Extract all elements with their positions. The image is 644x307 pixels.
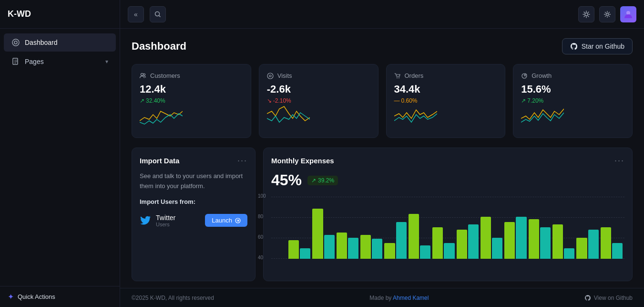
bar-group (360, 235, 382, 259)
stat-card-customers: Customers 12.4k ↗ 32.40% (132, 64, 251, 138)
stat-header-customers: Customers (140, 72, 243, 79)
expenses-menu-dots[interactable]: ··· (614, 156, 624, 166)
visits-icon (267, 73, 274, 79)
bar-teal (372, 239, 382, 259)
expenses-bar-chart: 100 80 60 40 (271, 197, 624, 273)
main-content: « (120, 0, 644, 307)
footer: ©2025 K-WD, All rights reserved Made by … (120, 288, 644, 307)
import-data-card: Import Data ··· See and talk to your use… (132, 148, 256, 281)
page-title: Dashboard (132, 40, 186, 53)
made-by-link[interactable]: Ahmed Kamel (393, 295, 429, 301)
star-github-button[interactable]: Star on Github (562, 38, 633, 54)
bar-chart-inner (286, 197, 624, 259)
customers-change: ↗ 32.40% (140, 97, 243, 104)
bar-group (601, 227, 623, 259)
bar-teal (540, 227, 551, 259)
import-from-label: Import Users from: (140, 198, 247, 205)
expenses-growth-badge: ↗ 39.2% (307, 176, 338, 185)
growth-sparkline (521, 104, 564, 128)
orders-sparkline (394, 104, 437, 128)
visits-change-value: -2.10% (273, 97, 291, 104)
customers-value: 12.4k (140, 83, 243, 95)
footer-made-by: Made by Ahmed Kamel (369, 295, 429, 301)
growth-label: Growth (532, 72, 552, 79)
made-by-prefix: Made by (369, 295, 393, 301)
svg-point-12 (399, 77, 399, 78)
bar-group (529, 219, 551, 259)
expenses-card-header: Monthly Expenses ··· (271, 156, 624, 166)
expenses-percent: 45% (271, 171, 302, 189)
bottom-row: Import Data ··· See and talk to your use… (132, 148, 633, 281)
settings-button[interactable] (599, 6, 615, 22)
customers-icon (140, 73, 146, 79)
bar-group (457, 224, 479, 259)
dashboard-icon (11, 38, 20, 47)
visits-arrow-icon: ↘ (267, 97, 272, 104)
growth-change: ↗ 7.20% (521, 97, 624, 104)
bar-green (529, 219, 539, 259)
bar-teal (588, 230, 599, 259)
sparkle-icon: ✦ (8, 292, 14, 301)
sidebar-item-dashboard[interactable]: Dashboard (4, 33, 116, 52)
github-footer-icon (584, 295, 591, 301)
collapse-button[interactable]: « (128, 6, 144, 22)
sun-icon (583, 11, 590, 18)
bar-group (288, 240, 310, 259)
visits-change: ↘ -2.10% (267, 97, 370, 104)
collapse-icon: « (134, 11, 138, 18)
bar-teal (564, 248, 574, 259)
svg-point-5 (606, 13, 609, 15)
monthly-expenses-card: Monthly Expenses ··· 45% ↗ 39.2% 100 (263, 148, 633, 281)
orders-value: 34.4k (394, 83, 498, 95)
bar-green (288, 240, 299, 259)
bar-teal (516, 217, 526, 259)
sidebar-item-pages-label: Pages (25, 58, 101, 65)
gear-icon (603, 11, 611, 18)
svg-point-1 (12, 39, 19, 46)
bar-group (576, 230, 598, 259)
app-title: K-WD (0, 0, 120, 29)
bar-teal (492, 238, 502, 259)
growth-icon (521, 73, 528, 79)
quick-actions-label: Quick Actions (18, 293, 55, 300)
svg-point-9 (267, 73, 273, 79)
customers-label: Customers (150, 72, 180, 79)
launch-icon (235, 218, 241, 223)
sidebar: K-WD Dashboard Pages ▾ ✦ Quick Act (0, 0, 120, 307)
bar-group (552, 224, 574, 259)
bar-green (432, 227, 443, 259)
view-on-github-link[interactable]: View on Github (584, 295, 633, 301)
bar-green (552, 224, 563, 259)
stat-header-growth: Growth (521, 72, 624, 79)
bar-teal (348, 238, 358, 259)
bar-group (480, 217, 502, 259)
expenses-top: 45% ↗ 39.2% (271, 171, 624, 189)
bar-group (312, 209, 334, 259)
stat-header-orders: Orders (394, 72, 498, 79)
visits-value: -2.6k (267, 83, 370, 95)
footer-copyright: ©2025 K-WD, All rights reserved (132, 295, 214, 301)
orders-label: Orders (405, 72, 424, 79)
theme-toggle-button[interactable] (578, 6, 594, 22)
bar-teal (612, 243, 623, 259)
launch-button[interactable]: Launch (205, 214, 247, 227)
sidebar-item-pages[interactable]: Pages ▾ (4, 53, 116, 71)
twitter-source-text: Twitter Users (156, 214, 175, 227)
stat-header-visits: Visits (267, 72, 370, 79)
customers-arrow-icon: ↗ (140, 97, 144, 104)
app-title-text: K-WD (8, 9, 31, 19)
avatar[interactable] (620, 6, 636, 22)
twitter-name: Twitter (156, 214, 175, 222)
import-menu-dots[interactable]: ··· (237, 156, 247, 166)
import-card-header: Import Data ··· (140, 156, 247, 166)
svg-point-0 (14, 41, 17, 44)
bar-teal (468, 224, 479, 259)
bar-green (576, 238, 587, 259)
bar-teal (444, 243, 454, 259)
search-button[interactable] (150, 6, 166, 22)
quick-actions-button[interactable]: ✦ Quick Actions (0, 286, 120, 307)
growth-arrow-icon: ↗ (521, 97, 526, 104)
customers-sparkline (140, 104, 183, 128)
pages-chevron-icon: ▾ (105, 58, 108, 65)
bar-teal (396, 222, 407, 259)
